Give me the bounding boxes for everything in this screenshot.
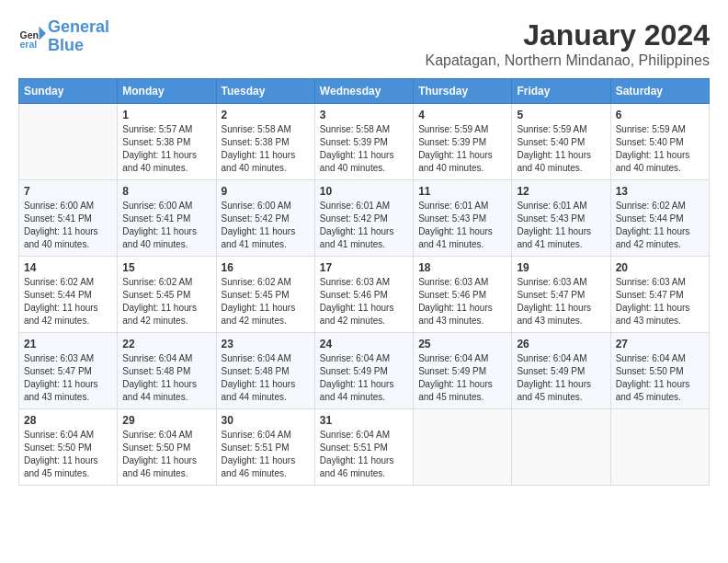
calendar-week-row: 21Sunrise: 6:03 AM Sunset: 5:47 PM Dayli… <box>19 333 710 409</box>
month-title: January 2024 <box>425 18 710 52</box>
day-number: 29 <box>122 414 210 427</box>
calendar-week-row: 1Sunrise: 5:57 AM Sunset: 5:38 PM Daylig… <box>19 104 710 180</box>
day-number: 8 <box>122 185 210 198</box>
day-number: 27 <box>616 338 704 350</box>
table-row: 9Sunrise: 6:00 AM Sunset: 5:42 PM Daylig… <box>216 180 314 257</box>
day-info: Sunrise: 6:04 AM Sunset: 5:50 PM Dayligh… <box>24 429 112 480</box>
table-row: 13Sunrise: 6:02 AM Sunset: 5:44 PM Dayli… <box>610 180 709 257</box>
table-row: 25Sunrise: 6:04 AM Sunset: 5:49 PM Dayli… <box>414 333 512 409</box>
day-info: Sunrise: 6:04 AM Sunset: 5:48 PM Dayligh… <box>222 352 310 404</box>
table-row: 3Sunrise: 5:58 AM Sunset: 5:39 PM Daylig… <box>314 104 413 180</box>
table-row: 11Sunrise: 6:01 AM Sunset: 5:43 PM Dayli… <box>414 180 512 257</box>
table-row <box>19 104 118 180</box>
day-info: Sunrise: 5:59 AM Sunset: 5:40 PM Dayligh… <box>616 123 704 175</box>
table-row: 28Sunrise: 6:04 AM Sunset: 5:50 PM Dayli… <box>19 409 118 486</box>
day-number: 23 <box>222 338 310 350</box>
table-row: 19Sunrise: 6:03 AM Sunset: 5:47 PM Dayli… <box>512 257 610 333</box>
col-tuesday: Tuesday <box>216 79 314 104</box>
day-number: 9 <box>222 185 310 198</box>
location-title: Kapatagan, Northern Mindanao, Philippine… <box>425 52 710 69</box>
day-info: Sunrise: 6:03 AM Sunset: 5:47 PM Dayligh… <box>517 276 605 327</box>
table-row: 5Sunrise: 5:59 AM Sunset: 5:40 PM Daylig… <box>512 104 610 180</box>
day-info: Sunrise: 6:00 AM Sunset: 5:41 PM Dayligh… <box>24 200 112 251</box>
day-number: 3 <box>320 109 408 121</box>
table-row: 12Sunrise: 6:01 AM Sunset: 5:43 PM Dayli… <box>512 180 610 257</box>
table-row: 23Sunrise: 6:04 AM Sunset: 5:48 PM Dayli… <box>216 333 314 409</box>
day-info: Sunrise: 6:02 AM Sunset: 5:44 PM Dayligh… <box>616 200 704 251</box>
col-monday: Monday <box>118 79 216 104</box>
day-info: Sunrise: 6:03 AM Sunset: 5:47 PM Dayligh… <box>616 276 704 327</box>
day-info: Sunrise: 5:58 AM Sunset: 5:39 PM Dayligh… <box>320 123 408 175</box>
calendar-week-row: 14Sunrise: 6:02 AM Sunset: 5:44 PM Dayli… <box>19 257 710 333</box>
page-header: Gen eral GeneralBlue January 2024 Kapata… <box>18 18 710 69</box>
table-row: 20Sunrise: 6:03 AM Sunset: 5:47 PM Dayli… <box>610 257 709 333</box>
day-number: 17 <box>320 261 408 274</box>
table-row: 4Sunrise: 5:59 AM Sunset: 5:39 PM Daylig… <box>414 104 512 180</box>
table-row: 6Sunrise: 5:59 AM Sunset: 5:40 PM Daylig… <box>610 104 709 180</box>
table-row: 24Sunrise: 6:04 AM Sunset: 5:49 PM Dayli… <box>314 333 413 409</box>
table-row: 8Sunrise: 6:00 AM Sunset: 5:41 PM Daylig… <box>118 180 216 257</box>
day-number: 16 <box>222 261 310 274</box>
logo-text: GeneralBlue <box>48 18 109 55</box>
table-row: 27Sunrise: 6:04 AM Sunset: 5:50 PM Dayli… <box>610 333 709 409</box>
day-info: Sunrise: 6:03 AM Sunset: 5:47 PM Dayligh… <box>24 352 112 404</box>
table-row: 29Sunrise: 6:04 AM Sunset: 5:50 PM Dayli… <box>118 409 216 486</box>
day-number: 19 <box>517 261 605 274</box>
title-block: January 2024 Kapatagan, Northern Mindana… <box>425 18 710 69</box>
day-info: Sunrise: 6:00 AM Sunset: 5:41 PM Dayligh… <box>122 200 210 251</box>
col-thursday: Thursday <box>414 79 512 104</box>
day-info: Sunrise: 6:01 AM Sunset: 5:42 PM Dayligh… <box>320 200 408 251</box>
col-saturday: Saturday <box>610 79 709 104</box>
day-number: 22 <box>122 338 210 350</box>
day-number: 1 <box>122 109 210 121</box>
day-number: 26 <box>517 338 605 350</box>
day-info: Sunrise: 5:59 AM Sunset: 5:39 PM Dayligh… <box>418 123 506 175</box>
table-row: 22Sunrise: 6:04 AM Sunset: 5:48 PM Dayli… <box>118 333 216 409</box>
day-info: Sunrise: 6:04 AM Sunset: 5:49 PM Dayligh… <box>517 352 605 404</box>
day-number: 14 <box>24 261 112 274</box>
day-number: 11 <box>418 185 506 198</box>
calendar-week-row: 28Sunrise: 6:04 AM Sunset: 5:50 PM Dayli… <box>19 409 710 486</box>
day-number: 10 <box>320 185 408 198</box>
day-number: 2 <box>222 109 310 121</box>
svg-text:eral: eral <box>20 39 38 50</box>
day-number: 24 <box>320 338 408 350</box>
day-number: 21 <box>24 338 112 350</box>
table-row <box>610 409 709 486</box>
calendar-week-row: 7Sunrise: 6:00 AM Sunset: 5:41 PM Daylig… <box>19 180 710 257</box>
day-info: Sunrise: 6:03 AM Sunset: 5:46 PM Dayligh… <box>418 276 506 327</box>
day-info: Sunrise: 6:02 AM Sunset: 5:45 PM Dayligh… <box>222 276 310 327</box>
calendar-header-row: Sunday Monday Tuesday Wednesday Thursday… <box>19 79 710 104</box>
day-info: Sunrise: 6:02 AM Sunset: 5:45 PM Dayligh… <box>122 276 210 327</box>
day-number: 6 <box>616 109 704 121</box>
day-number: 30 <box>222 414 310 427</box>
col-sunday: Sunday <box>19 79 118 104</box>
day-number: 13 <box>616 185 704 198</box>
logo-icon: Gen eral <box>18 23 46 51</box>
day-info: Sunrise: 5:57 AM Sunset: 5:38 PM Dayligh… <box>122 123 210 175</box>
day-number: 28 <box>24 414 112 427</box>
svg-marker-2 <box>40 27 47 40</box>
table-row: 15Sunrise: 6:02 AM Sunset: 5:45 PM Dayli… <box>118 257 216 333</box>
table-row: 21Sunrise: 6:03 AM Sunset: 5:47 PM Dayli… <box>19 333 118 409</box>
day-info: Sunrise: 6:02 AM Sunset: 5:44 PM Dayligh… <box>24 276 112 327</box>
table-row: 30Sunrise: 6:04 AM Sunset: 5:51 PM Dayli… <box>216 409 314 486</box>
table-row: 18Sunrise: 6:03 AM Sunset: 5:46 PM Dayli… <box>414 257 512 333</box>
day-number: 25 <box>418 338 506 350</box>
day-info: Sunrise: 6:04 AM Sunset: 5:49 PM Dayligh… <box>418 352 506 404</box>
table-row: 26Sunrise: 6:04 AM Sunset: 5:49 PM Dayli… <box>512 333 610 409</box>
table-row: 14Sunrise: 6:02 AM Sunset: 5:44 PM Dayli… <box>19 257 118 333</box>
day-number: 20 <box>616 261 704 274</box>
day-number: 5 <box>517 109 605 121</box>
day-info: Sunrise: 6:01 AM Sunset: 5:43 PM Dayligh… <box>418 200 506 251</box>
table-row: 1Sunrise: 5:57 AM Sunset: 5:38 PM Daylig… <box>118 104 216 180</box>
day-info: Sunrise: 6:04 AM Sunset: 5:51 PM Dayligh… <box>320 429 408 480</box>
day-info: Sunrise: 6:04 AM Sunset: 5:48 PM Dayligh… <box>122 352 210 404</box>
calendar-table: Sunday Monday Tuesday Wednesday Thursday… <box>18 78 710 486</box>
day-number: 15 <box>122 261 210 274</box>
col-wednesday: Wednesday <box>314 79 413 104</box>
day-number: 18 <box>418 261 506 274</box>
day-info: Sunrise: 6:04 AM Sunset: 5:49 PM Dayligh… <box>320 352 408 404</box>
logo: Gen eral GeneralBlue <box>18 18 109 55</box>
day-info: Sunrise: 5:59 AM Sunset: 5:40 PM Dayligh… <box>517 123 605 175</box>
